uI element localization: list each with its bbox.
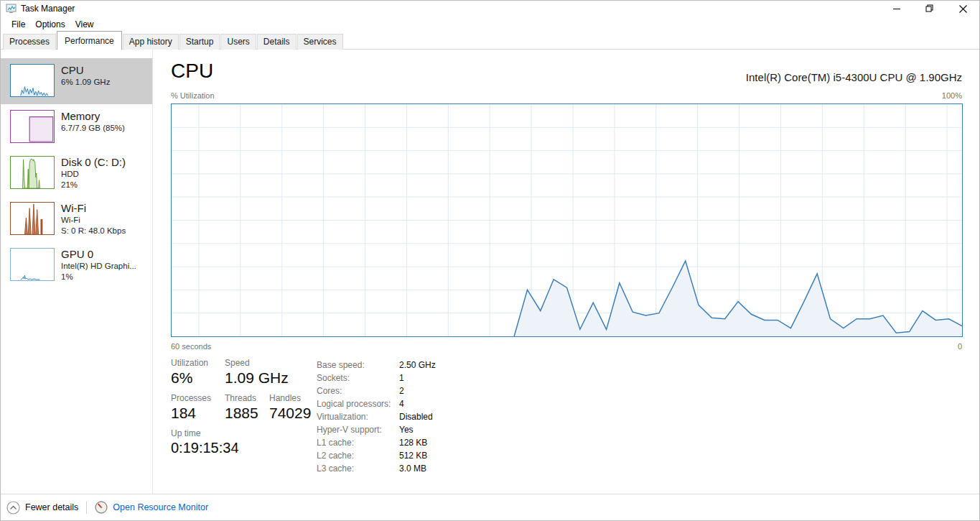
- sidebar-item-memory[interactable]: Memory 6.7/7.9 GB (85%): [1, 104, 152, 150]
- sockets-label: Sockets:: [317, 373, 399, 383]
- window-controls: [880, 1, 979, 17]
- cores-value: 2: [399, 386, 404, 396]
- window-title: Task Manager: [21, 4, 75, 14]
- gpu-mini-chart: [10, 248, 55, 281]
- sidebar-disk-title: Disk 0 (C: D:): [61, 155, 126, 169]
- speed-label: Speed: [225, 358, 289, 368]
- sidebar-item-cpu[interactable]: CPU 6% 1.09 GHz: [1, 58, 152, 104]
- sidebar-wifi-stats: S: 0 R: 48.0 Kbps: [61, 226, 126, 236]
- processes-label: Processes: [171, 393, 225, 403]
- sidebar-wifi-title: Wi-Fi: [61, 201, 126, 215]
- resource-monitor-gauge-icon: [95, 501, 108, 514]
- sidebar-divider: [152, 50, 153, 494]
- menu-bar: File Options View: [1, 17, 979, 32]
- uptime-label: Up time: [171, 428, 239, 438]
- uptime-value: 0:19:15:34: [171, 440, 239, 456]
- hyperv-value: Yes: [399, 425, 414, 435]
- big-stats: Utilization 6% Speed 1.09 GHz Processes …: [171, 358, 311, 463]
- tab-performance[interactable]: Performance: [57, 31, 122, 50]
- base-speed-label: Base speed:: [317, 360, 399, 370]
- minimize-button[interactable]: [880, 1, 913, 17]
- axis-label-0: 0: [958, 342, 962, 351]
- utilization-label: Utilization: [171, 358, 225, 368]
- virtualization-value: Disabled: [399, 412, 433, 422]
- sidebar-cpu-title: CPU: [61, 63, 110, 77]
- l2-cache-value: 512 KB: [399, 451, 427, 461]
- axis-label-100pct: 100%: [942, 91, 962, 100]
- close-button[interactable]: [946, 1, 979, 17]
- tab-startup[interactable]: Startup: [179, 34, 220, 50]
- logical-processors-value: 4: [399, 399, 404, 409]
- cpu-mini-chart: [10, 64, 55, 97]
- disk-mini-chart: [10, 156, 55, 189]
- cpu-chart-svg: [172, 104, 962, 336]
- menu-file[interactable]: File: [6, 18, 30, 31]
- sockets-value: 1: [399, 373, 404, 383]
- l2-cache-label: L2 cache:: [317, 451, 399, 461]
- l1-cache-label: L1 cache:: [317, 438, 399, 448]
- close-icon: [959, 5, 967, 13]
- axis-label-utilization: % Utilization: [171, 91, 215, 100]
- hyperv-label: Hyper-V support:: [317, 425, 399, 435]
- footer-bar: Fewer details Open Resource Monitor: [1, 494, 979, 520]
- cpu-utilization-chart[interactable]: [171, 103, 963, 337]
- restore-icon: [925, 4, 934, 13]
- sidebar-disk-stats: 21%: [61, 180, 126, 190]
- sidebar-gpu-stats: 1%: [61, 272, 136, 282]
- processes-value: 184: [171, 405, 225, 422]
- memory-mini-chart: [10, 110, 55, 143]
- threads-label: Threads: [225, 393, 269, 403]
- tab-users[interactable]: Users: [220, 34, 256, 50]
- tab-services[interactable]: Services: [297, 34, 343, 50]
- open-resource-monitor-label: Open Resource Monitor: [113, 502, 208, 512]
- virtualization-label: Virtualization:: [317, 412, 399, 422]
- sidebar-cpu-stats: 6% 1.09 GHz: [61, 77, 110, 88]
- sidebar-item-disk0[interactable]: Disk 0 (C: D:) HDD 21%: [1, 150, 152, 196]
- base-speed-value: 2.50 GHz: [399, 360, 436, 370]
- l1-cache-value: 128 KB: [399, 438, 427, 448]
- sidebar-gpu-name: Intel(R) HD Graphi...: [61, 261, 136, 272]
- tab-app-history[interactable]: App history: [123, 34, 179, 50]
- performance-panel: CPU 6% 1.09 GHz Memory 6.7/7.9 GB (85%) …: [1, 50, 979, 494]
- sidebar-gpu-title: GPU 0: [61, 247, 136, 261]
- tab-processes[interactable]: Processes: [3, 34, 56, 50]
- sidebar-item-gpu0[interactable]: GPU 0 Intel(R) HD Graphi... 1%: [1, 242, 152, 288]
- handles-value: 74029: [269, 405, 311, 422]
- speed-value: 1.09 GHz: [225, 369, 289, 387]
- restore-button[interactable]: [913, 1, 946, 17]
- utilization-value: 6%: [171, 369, 225, 387]
- title-bar: Task Manager: [1, 1, 979, 17]
- open-resource-monitor-link[interactable]: Open Resource Monitor: [95, 501, 208, 514]
- handles-label: Handles: [269, 393, 311, 403]
- sidebar-wifi-adapter: Wi-Fi: [61, 215, 126, 226]
- tab-details[interactable]: Details: [257, 34, 297, 50]
- menu-view[interactable]: View: [70, 18, 99, 31]
- page-title: CPU: [171, 60, 213, 83]
- sidebar-memory-title: Memory: [61, 109, 125, 123]
- axis-label-60-seconds: 60 seconds: [171, 342, 211, 351]
- minimize-icon: [893, 5, 901, 13]
- cpu-model-name: Intel(R) Core(TM) i5-4300U CPU @ 1.90GHz: [746, 71, 962, 83]
- logical-processors-label: Logical processors:: [317, 399, 399, 409]
- task-manager-window: { "window": { "title": "Task Manager" },…: [0, 0, 980, 521]
- l3-cache-value: 3.0 MB: [399, 464, 426, 474]
- threads-value: 1885: [225, 405, 269, 422]
- sidebar-memory-stats: 6.7/7.9 GB (85%): [61, 123, 125, 134]
- task-manager-app-icon: [6, 3, 17, 14]
- l3-cache-label: L3 cache:: [317, 464, 399, 474]
- fewer-details-button[interactable]: Fewer details: [6, 501, 78, 515]
- cores-label: Cores:: [317, 386, 399, 396]
- sidebar-disk-type: HDD: [61, 169, 126, 180]
- sidebar-item-wifi[interactable]: Wi-Fi Wi-Fi S: 0 R: 48.0 Kbps: [1, 196, 152, 242]
- fewer-details-label: Fewer details: [25, 502, 78, 512]
- chevron-up-circle-icon: [6, 501, 20, 515]
- tab-bar: Processes Performance App history Startu…: [1, 32, 979, 50]
- cpu-details-list: Base speed:2.50 GHz Sockets:1 Cores:2 Lo…: [317, 359, 436, 475]
- menu-options[interactable]: Options: [30, 18, 70, 31]
- footer-separator: [86, 502, 87, 514]
- wifi-mini-chart: [10, 202, 55, 235]
- performance-sidebar: CPU 6% 1.09 GHz Memory 6.7/7.9 GB (85%) …: [1, 50, 152, 494]
